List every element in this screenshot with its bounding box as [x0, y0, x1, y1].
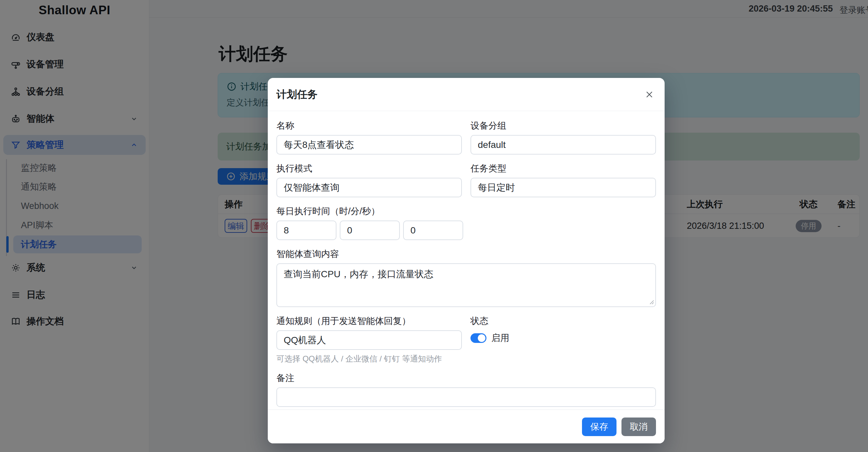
- remark-input[interactable]: [276, 387, 656, 407]
- exec-mode-input[interactable]: [276, 178, 462, 197]
- daily-time-label: 每日执行时间（时/分/秒）: [276, 205, 656, 217]
- modal-title: 计划任务: [276, 88, 317, 101]
- notify-rule-helper: 可选择 QQ机器人 / 企业微信 / 钉钉 等通知动作: [276, 354, 462, 364]
- second-input[interactable]: [403, 221, 463, 240]
- modal-footer: 保存 取消: [268, 410, 664, 443]
- toggle-knob: [478, 334, 486, 342]
- notify-rule-input[interactable]: [276, 330, 462, 350]
- minute-input[interactable]: [340, 221, 400, 240]
- device-group-input[interactable]: [470, 135, 656, 155]
- status-toggle[interactable]: [470, 333, 487, 343]
- task-type-label: 任务类型: [470, 162, 656, 174]
- agent-query-textarea[interactable]: 查询当前CPU，内存，接口流量状态: [276, 263, 656, 307]
- save-button[interactable]: 保存: [582, 418, 617, 436]
- status-value: 启用: [491, 332, 509, 344]
- close-icon[interactable]: [644, 89, 655, 100]
- name-input[interactable]: [276, 135, 462, 155]
- status-label: 状态: [470, 315, 656, 327]
- scheduled-task-modal: 计划任务 名称 设备分组 执行模式 任务类型: [268, 78, 664, 443]
- modal-header: 计划任务: [268, 78, 664, 111]
- task-type-input[interactable]: [470, 178, 656, 197]
- notify-rule-label: 通知规则（用于发送智能体回复）: [276, 315, 462, 327]
- resize-handle-icon[interactable]: [649, 299, 654, 304]
- hour-input[interactable]: [276, 221, 336, 240]
- exec-mode-label: 执行模式: [276, 162, 462, 174]
- agent-query-label: 智能体查询内容: [276, 248, 656, 260]
- modal-body: 名称 设备分组 执行模式 任务类型 每日执行时间（时/分/秒）: [268, 111, 664, 407]
- device-group-label: 设备分组: [470, 120, 656, 132]
- remark-label: 备注: [276, 372, 656, 384]
- cancel-button[interactable]: 取消: [621, 418, 656, 436]
- name-label: 名称: [276, 120, 462, 132]
